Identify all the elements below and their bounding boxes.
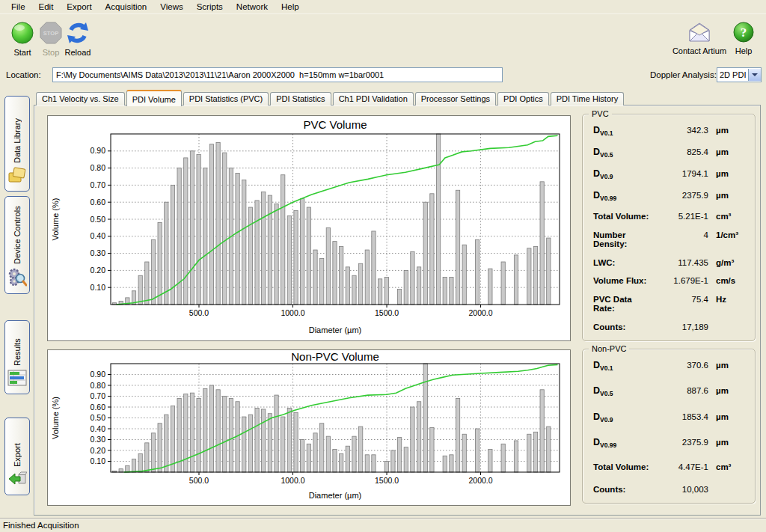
- stat-unit: µm: [708, 361, 747, 370]
- stat-value: 887.6: [655, 386, 708, 395]
- location-input[interactable]: [52, 67, 503, 82]
- stop-button[interactable]: STOP Stop: [37, 21, 64, 57]
- stat-row: DV0.1342.3µm: [593, 125, 747, 137]
- stat-value: 5.21E-1: [655, 212, 708, 221]
- stat-unit: cm³: [708, 212, 747, 221]
- stat-value: 825.4: [655, 147, 708, 156]
- contact-envelope-icon: [670, 21, 729, 45]
- svg-text:PVC Volume: PVC Volume: [303, 118, 367, 131]
- stat-label: DV0.1: [593, 125, 655, 137]
- menu-item-scripts[interactable]: Scripts: [192, 1, 228, 13]
- svg-text:0.80: 0.80: [91, 163, 106, 172]
- stat-unit: µm: [708, 147, 747, 156]
- tab-pdi-time-history[interactable]: PDI Time History: [551, 92, 625, 106]
- stat-value: 2375.9: [655, 438, 708, 447]
- menu-item-file[interactable]: File: [6, 1, 31, 13]
- stat-label: DV0.5: [593, 147, 655, 159]
- start-icon: [6, 21, 39, 46]
- tab-pdi-optics[interactable]: PDI Optics: [497, 92, 549, 106]
- svg-text:1000.0: 1000.0: [281, 308, 304, 317]
- stat-label: DV0.9: [593, 168, 655, 180]
- svg-text:0.20: 0.20: [91, 446, 106, 455]
- sidebar-item-data-library[interactable]: Data Library: [4, 96, 30, 192]
- stat-label: DV0.5: [593, 385, 655, 397]
- svg-text:0.30: 0.30: [91, 248, 106, 257]
- data-library-icon: [7, 166, 27, 187]
- svg-text:Volume (%): Volume (%): [51, 198, 60, 241]
- svg-text:0.80: 0.80: [91, 381, 106, 390]
- chart-svg: 0.100.200.300.400.500.600.700.800.90500.…: [48, 350, 569, 504]
- svg-text:2000.0: 2000.0: [468, 476, 492, 485]
- menu-item-help[interactable]: Help: [276, 1, 304, 13]
- start-button[interactable]: Start: [6, 21, 39, 57]
- stat-unit: µm: [708, 386, 747, 395]
- sidebar-item-export[interactable]: Export: [4, 418, 30, 495]
- stat-unit: µm: [708, 438, 747, 447]
- toolbar: Start STOP Stop Reload: [0, 15, 766, 63]
- menu-item-edit[interactable]: Edit: [34, 1, 59, 13]
- stat-value: 117.435: [655, 258, 708, 267]
- stat-label: Counts:: [593, 485, 655, 494]
- tab-pdi-volume[interactable]: PDI Volume: [126, 90, 182, 106]
- svg-text:0.50: 0.50: [91, 215, 106, 224]
- sidebar-item-device-controls[interactable]: Device Controls: [4, 196, 30, 294]
- stat-unit: g/m³: [708, 258, 747, 267]
- chevron-down-icon[interactable]: [748, 69, 761, 81]
- stat-unit: cm³: [708, 462, 747, 471]
- start-label: Start: [13, 48, 31, 57]
- tab-ch1-velocity-vs-size[interactable]: Ch1 Velocity vs. Size: [36, 92, 125, 106]
- menu-item-views[interactable]: Views: [155, 1, 188, 13]
- results-label: Results: [13, 327, 22, 366]
- stat-row: DV0.91853.4µm: [593, 412, 747, 424]
- stat-value: 1.679E-1: [655, 276, 708, 285]
- results-icon: [7, 369, 27, 390]
- stat-row: DV0.5825.4µm: [593, 147, 747, 159]
- stat-label: DV0.9: [593, 412, 655, 424]
- menu-item-network[interactable]: Network: [231, 1, 273, 13]
- stat-unit: µm: [708, 191, 747, 200]
- non-pvc-volume-chart: 0.100.200.300.400.500.600.700.800.90500.…: [47, 349, 571, 506]
- stop-label: Stop: [43, 48, 60, 57]
- sidebar-item-results[interactable]: Results: [4, 320, 30, 394]
- menu-item-acquisition[interactable]: Acquisition: [100, 1, 153, 13]
- stat-label: Number Density:: [593, 230, 655, 248]
- stat-value: 1853.4: [655, 412, 708, 421]
- status-text: Finished Acquisition: [3, 521, 79, 530]
- svg-text:0.60: 0.60: [91, 403, 106, 412]
- stat-label: Total Volume:: [593, 212, 655, 221]
- stat-unit: µm: [708, 412, 747, 421]
- pvc-volume-chart: 0.100.200.300.400.500.600.700.800.90500.…: [47, 115, 571, 341]
- stat-label: DV0.99: [593, 437, 655, 449]
- menu-item-export[interactable]: Export: [61, 1, 96, 13]
- svg-text:0.90: 0.90: [91, 370, 106, 379]
- help-icon: ?: [730, 21, 757, 45]
- tab-processor-settings[interactable]: Processor Settings: [415, 92, 496, 106]
- stat-value: 2375.9: [655, 191, 708, 200]
- stat-value: 370.6: [655, 361, 708, 370]
- tab-pdi-statistics[interactable]: PDI Statistics: [270, 92, 331, 106]
- stat-unit: µm: [708, 126, 747, 135]
- stat-row: Total Volume:4.47E-1cm³: [593, 462, 747, 471]
- doppler-analysis-select[interactable]: 2D PDI: [717, 67, 762, 82]
- data-library-label: Data Library: [13, 103, 22, 163]
- device-controls-label: Device Controls: [13, 203, 22, 264]
- svg-text:500.0: 500.0: [189, 476, 209, 485]
- stop-icon: STOP: [37, 21, 64, 46]
- stat-row: Counts:17,189: [593, 322, 747, 331]
- tab-ch1-pdi-validation[interactable]: Ch1 PDI Validation: [333, 92, 414, 106]
- stat-value: 17,189: [655, 322, 708, 331]
- reload-button[interactable]: Reload: [63, 21, 93, 57]
- stat-row: LWC:117.435g/m³: [593, 258, 747, 267]
- doppler-analysis-value: 2D PDI: [717, 70, 748, 79]
- svg-text:0.20: 0.20: [91, 266, 106, 275]
- app-window: FileEditExportAcquisitionViewsScriptsNet…: [0, 0, 766, 532]
- contact-artium-label: Contact Artium: [672, 46, 726, 55]
- help-button[interactable]: ? Help: [730, 21, 757, 55]
- stat-row: Volume Flux:1.679E-1cm/s: [593, 276, 747, 285]
- stat-row: PVC Data Rate:75.4Hz: [593, 295, 747, 313]
- svg-text:0.40: 0.40: [91, 424, 106, 433]
- contact-artium-button[interactable]: Contact Artium: [670, 21, 729, 55]
- pvc-stats-title: PVC: [589, 109, 612, 118]
- stat-row: Total Volume:5.21E-1cm³: [593, 212, 747, 221]
- tab-pdi-statistics-pvc-[interactable]: PDI Statistics (PVC): [183, 92, 269, 106]
